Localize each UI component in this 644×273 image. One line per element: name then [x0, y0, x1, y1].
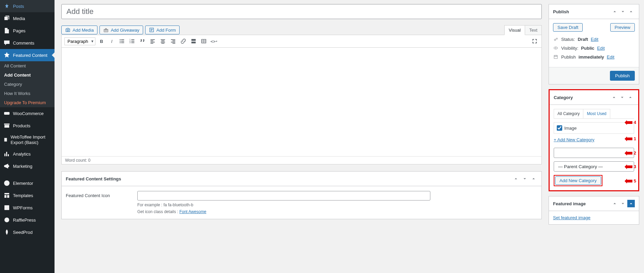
featured-content-settings-box: Featured Content Settings Featured Conte… — [61, 171, 542, 219]
arrow-icon — [622, 120, 632, 125]
sidebar-label: RafflePress — [13, 218, 36, 223]
annotation-1: 1 — [634, 136, 636, 141]
bold-button[interactable]: B — [97, 37, 106, 45]
add-giveaway-button[interactable]: Add Giveaway — [99, 26, 143, 34]
svg-point-11 — [120, 42, 121, 43]
svg-rect-26 — [162, 43, 165, 44]
sidebar-label: Analytics — [13, 151, 31, 157]
table-button[interactable] — [200, 37, 208, 45]
align-left-button[interactable] — [149, 37, 157, 45]
sidebar-label: Elementor — [13, 181, 33, 186]
move-down-icon[interactable] — [618, 94, 626, 101]
category-checkbox-image[interactable]: Image — [557, 125, 631, 131]
add-form-button[interactable]: Add Form — [145, 26, 180, 34]
number-list-button[interactable]: 123 — [128, 37, 136, 45]
submenu-category[interactable]: Category — [0, 80, 55, 89]
sidebar-label: WooCommerce — [13, 111, 44, 116]
sidebar-item-featured-content[interactable]: Featured Content — [0, 49, 55, 61]
editor-tab-text[interactable]: Text — [525, 25, 542, 35]
sidebar-item-products[interactable]: Products — [0, 119, 55, 132]
sidebar-item-posts[interactable]: Posts — [0, 0, 55, 12]
move-up-icon[interactable] — [611, 200, 618, 207]
submenu-how-it-works[interactable]: How It Works — [0, 89, 55, 98]
svg-rect-37 — [554, 55, 557, 59]
preview-button[interactable]: Preview — [610, 23, 635, 32]
sidebar-item-pages[interactable]: Pages — [0, 25, 55, 37]
sidebar-item-media[interactable]: Media — [0, 12, 55, 25]
save-draft-button[interactable]: Save Draft — [553, 23, 583, 32]
add-new-category-button[interactable]: Add New Category — [555, 176, 601, 185]
align-center-button[interactable] — [159, 37, 167, 45]
sidebar-item-elementor[interactable]: Elementor — [0, 177, 55, 189]
main-content: Add Media Add Giveaway Add Form Visual T… — [55, 0, 549, 273]
svg-rect-33 — [191, 42, 196, 44]
edit-schedule-link[interactable]: Edit — [607, 54, 614, 60]
tab-all-category[interactable]: All Category — [554, 109, 583, 118]
format-select[interactable]: Paragraph — [64, 37, 95, 45]
add-media-button[interactable]: Add Media — [61, 26, 97, 34]
publish-title: Publish — [553, 9, 569, 14]
svg-rect-30 — [172, 43, 175, 44]
sidebar-item-wpforms[interactable]: WPForms — [0, 202, 55, 214]
svg-rect-31 — [191, 39, 196, 41]
editor-content[interactable] — [61, 48, 542, 157]
edit-visibility-link[interactable]: Edit — [597, 46, 604, 51]
post-title-input[interactable] — [61, 4, 542, 19]
submenu-upgrade-premium[interactable]: Upgrade To Premium — [0, 98, 55, 107]
move-down-icon[interactable] — [619, 200, 627, 207]
sidebar-item-templates[interactable]: Templates — [0, 189, 55, 202]
editor-tab-visual[interactable]: Visual — [504, 25, 525, 35]
move-down-icon[interactable] — [521, 175, 528, 182]
quote-button[interactable] — [138, 37, 147, 45]
readmore-button[interactable] — [189, 37, 198, 45]
move-up-icon[interactable] — [610, 94, 618, 101]
fullscreen-button[interactable] — [531, 37, 539, 45]
category-checkbox[interactable] — [557, 125, 562, 131]
move-down-icon[interactable] — [619, 8, 627, 15]
publish-button[interactable]: Publish — [610, 71, 635, 81]
add-new-category-link[interactable]: + Add New Category — [554, 137, 595, 142]
svg-text:3: 3 — [129, 42, 131, 44]
code-button[interactable]: <>▾ — [210, 37, 218, 45]
templates-icon — [3, 192, 10, 199]
arrow-icon — [622, 136, 632, 141]
featured-icon-input[interactable] — [137, 191, 430, 200]
sidebar-submenu: All Content Add Content Category How It … — [0, 61, 55, 107]
sidebar-item-seedprod[interactable]: SeedProd — [0, 226, 55, 238]
svg-point-3 — [4, 218, 9, 222]
move-up-icon[interactable] — [512, 175, 520, 182]
sidebar-item-marketing[interactable]: Marketing — [0, 160, 55, 172]
right-column: Publish Save Draft Preview Status: Draft… — [549, 0, 644, 273]
elementor-icon — [3, 180, 10, 187]
sidebar-item-analytics[interactable]: Analytics — [0, 148, 55, 160]
submenu-all-content[interactable]: All Content — [0, 61, 55, 70]
font-awesome-link[interactable]: Font Awesome — [179, 209, 206, 214]
camera-icon — [65, 27, 71, 33]
publish-panel: Publish Save Draft Preview Status: Draft… — [549, 4, 639, 84]
edit-status-link[interactable]: Edit — [591, 37, 598, 42]
set-featured-image-link[interactable]: Set featured image — [553, 215, 591, 220]
gift-icon — [103, 27, 109, 33]
eye-icon — [553, 45, 558, 51]
toggle-icon[interactable] — [627, 200, 635, 207]
toggle-icon[interactable] — [530, 175, 537, 182]
svg-rect-25 — [161, 42, 165, 43]
link-button[interactable] — [179, 37, 187, 45]
submenu-add-content[interactable]: Add Content — [0, 70, 55, 80]
svg-rect-24 — [162, 41, 165, 41]
tab-most-used[interactable]: Most Used — [583, 109, 610, 118]
sidebar-item-rafflepress[interactable]: RafflePress — [0, 214, 55, 226]
move-up-icon[interactable] — [611, 8, 618, 15]
sidebar-item-comments[interactable]: Comments — [0, 37, 55, 49]
editor-toolbar: Paragraph B I 123 <>▾ — [61, 35, 542, 48]
bullet-list-button[interactable] — [118, 37, 126, 45]
toggle-icon[interactable] — [627, 8, 635, 15]
megaphone-icon — [3, 163, 10, 170]
align-right-button[interactable] — [169, 37, 177, 45]
sidebar-item-webtoffee[interactable]: WebToffee Import Export (Basic) — [0, 132, 55, 148]
toggle-icon[interactable] — [627, 94, 634, 101]
svg-point-7 — [120, 39, 121, 40]
svg-rect-12 — [121, 43, 124, 43]
italic-button[interactable]: I — [108, 37, 116, 45]
sidebar-item-woocommerce[interactable]: WooCommerce — [0, 107, 55, 119]
